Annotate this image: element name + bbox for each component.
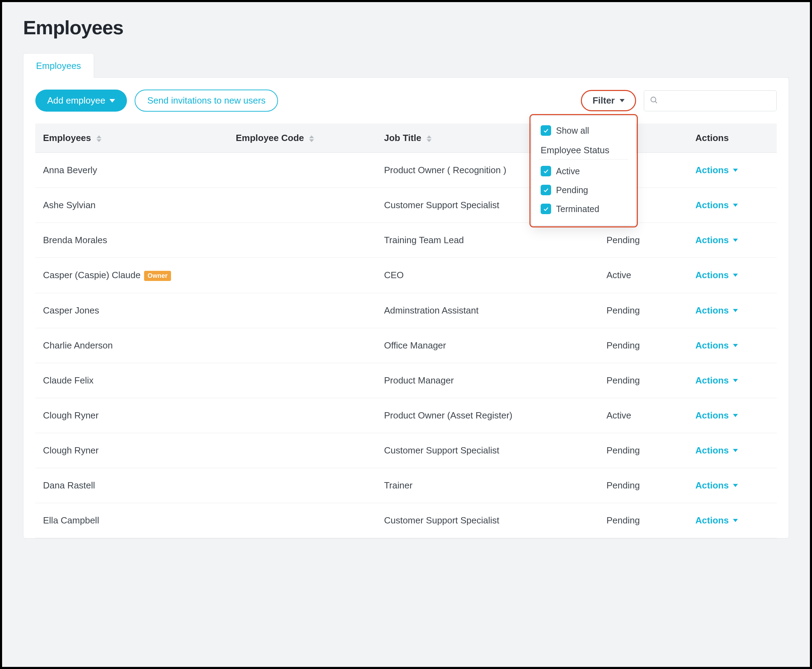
filter-option[interactable]: Active <box>539 161 628 181</box>
chevron-down-icon <box>733 379 738 382</box>
actions-cell: Actions <box>688 188 777 223</box>
actions-menu-button[interactable]: Actions <box>696 200 738 211</box>
employee-name-cell: Casper (Caspie) ClaudeOwner <box>35 258 228 293</box>
employee-name-cell: Casper Jones <box>35 293 228 328</box>
filter-dropdown: Show all Employee Status Active Pending … <box>531 116 636 226</box>
actions-cell: Actions <box>688 293 777 328</box>
employee-name-cell: Ella Campbell <box>35 503 228 538</box>
status-cell: Active <box>599 258 688 293</box>
actions-cell: Actions <box>688 153 777 188</box>
actions-cell: Actions <box>688 433 777 468</box>
chevron-down-icon <box>733 484 738 487</box>
actions-label: Actions <box>696 200 729 211</box>
filter-button[interactable]: Filter <box>581 90 636 111</box>
chevron-down-icon <box>733 449 738 452</box>
employee-code-cell <box>228 398 376 433</box>
filter-option-label: Terminated <box>556 204 599 214</box>
actions-menu-button[interactable]: Actions <box>696 480 738 491</box>
chevron-down-icon <box>733 414 738 417</box>
employee-code-cell <box>228 363 376 398</box>
column-header-actions: Actions <box>688 124 777 153</box>
actions-cell: Actions <box>688 503 777 538</box>
sort-icon <box>309 135 314 142</box>
employee-name-cell: Charlie Anderson <box>35 328 228 363</box>
actions-menu-button[interactable]: Actions <box>696 445 738 456</box>
actions-menu-button[interactable]: Actions <box>696 375 738 386</box>
tabs-bar: Employees <box>23 53 789 78</box>
job-title-cell: Office Manager <box>376 328 599 363</box>
svg-line-1 <box>655 101 657 103</box>
tab-employees[interactable]: Employees <box>23 53 94 78</box>
search-input[interactable] <box>644 90 777 111</box>
column-header-employee-code[interactable]: Employee Code <box>228 124 376 153</box>
status-cell: Active <box>599 398 688 433</box>
table-row: Casper JonesAdminstration AssistantPendi… <box>35 293 777 328</box>
employee-code-cell <box>228 188 376 223</box>
actions-menu-button[interactable]: Actions <box>696 165 738 176</box>
employee-code-cell <box>228 293 376 328</box>
job-title-cell: Customer Support Specialist <box>376 433 599 468</box>
filter-show-all[interactable]: Show all <box>539 121 628 140</box>
checkbox-checked-icon <box>541 125 551 136</box>
table-row: Clough RynerProduct Owner (Asset Registe… <box>35 398 777 433</box>
actions-cell: Actions <box>688 328 777 363</box>
filter-option[interactable]: Pending <box>539 181 628 200</box>
filter-option-label: Active <box>556 166 580 176</box>
employee-code-cell <box>228 153 376 188</box>
chevron-down-icon <box>109 99 115 103</box>
actions-menu-button[interactable]: Actions <box>696 515 738 526</box>
actions-label: Actions <box>696 305 729 316</box>
page-title: Employees <box>23 16 789 39</box>
employee-name-cell: Dana Rastell <box>35 468 228 503</box>
employee-code-cell <box>228 258 376 293</box>
table-row: Ella CampbellCustomer Support Specialist… <box>35 503 777 538</box>
actions-menu-button[interactable]: Actions <box>696 305 738 316</box>
checkbox-checked-icon <box>541 166 551 176</box>
employee-name: Clough Ryner <box>43 445 99 456</box>
owner-badge: Owner <box>144 271 171 281</box>
employee-name: Ashe Sylvian <box>43 200 96 210</box>
employee-name: Casper Jones <box>43 305 99 316</box>
actions-label: Actions <box>696 515 729 526</box>
chevron-down-icon <box>733 344 738 347</box>
actions-menu-button[interactable]: Actions <box>696 340 738 351</box>
send-invitations-label: Send invitations to new users <box>147 95 265 106</box>
send-invitations-button[interactable]: Send invitations to new users <box>135 89 278 112</box>
actions-label: Actions <box>696 445 729 456</box>
job-title-cell: CEO <box>376 258 599 293</box>
job-title-cell: Product Owner (Asset Register) <box>376 398 599 433</box>
actions-menu-button[interactable]: Actions <box>696 410 738 421</box>
actions-label: Actions <box>696 410 729 421</box>
employee-code-cell <box>228 328 376 363</box>
job-title-cell: Training Team Lead <box>376 223 599 258</box>
employee-code-cell <box>228 468 376 503</box>
chevron-down-icon <box>733 309 738 312</box>
main-panel: Add employee Send invitations to new use… <box>23 78 789 538</box>
employee-name: Dana Rastell <box>43 480 95 491</box>
actions-menu-button[interactable]: Actions <box>696 235 738 245</box>
actions-label: Actions <box>696 480 729 491</box>
filter-container: Filter Show all Employee Status <box>581 90 636 111</box>
table-row: Dana RastellTrainerPendingActions <box>35 468 777 503</box>
chevron-down-icon <box>733 203 738 207</box>
employee-name-cell: Clough Ryner <box>35 433 228 468</box>
employee-name: Claude Felix <box>43 375 94 386</box>
status-cell: Pending <box>599 503 688 538</box>
svg-point-0 <box>651 97 656 102</box>
filter-option[interactable]: Terminated <box>539 200 628 219</box>
status-cell: Pending <box>599 468 688 503</box>
add-employee-button[interactable]: Add employee <box>35 89 127 112</box>
actions-label: Actions <box>696 235 729 245</box>
actions-label: Actions <box>696 340 729 351</box>
add-employee-label: Add employee <box>47 95 105 106</box>
actions-label: Actions <box>696 165 729 176</box>
chevron-down-icon <box>733 274 738 277</box>
column-header-label: Job Title <box>384 133 421 143</box>
column-header-employees[interactable]: Employees <box>35 124 228 153</box>
checkbox-checked-icon <box>541 203 551 214</box>
table-row: Anna BeverlyProduct Owner ( Recognition … <box>35 153 777 188</box>
search-wrap <box>644 90 777 111</box>
job-title-cell: Product Manager <box>376 363 599 398</box>
actions-menu-button[interactable]: Actions <box>696 270 738 281</box>
table-row: Ashe SylvianCustomer Support SpecialistA… <box>35 188 777 223</box>
